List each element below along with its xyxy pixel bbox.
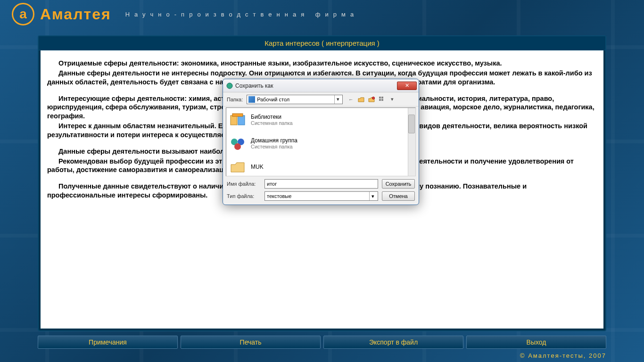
chevron-down-icon: ▾ bbox=[369, 192, 376, 200]
scrollbar-thumb[interactable] bbox=[408, 115, 415, 133]
close-button[interactable]: ✕ bbox=[397, 82, 417, 90]
svg-rect-5 bbox=[381, 99, 383, 101]
svg-point-0 bbox=[227, 83, 232, 89]
up-folder-icon[interactable] bbox=[357, 95, 365, 104]
desktop-icon bbox=[248, 96, 255, 103]
svg-rect-6 bbox=[231, 115, 237, 125]
filename-input[interactable] bbox=[264, 179, 378, 189]
svg-rect-4 bbox=[379, 99, 381, 101]
list-item[interactable]: Домашняя группа Системная папка bbox=[226, 132, 415, 155]
svg-rect-7 bbox=[238, 115, 245, 125]
folder-value: Рабочий стол bbox=[257, 97, 334, 102]
paragraph: Отрицаемые сферы деятельности: экономика… bbox=[47, 59, 597, 68]
save-as-dialog: Сохранить как ✕ Папка: Рабочий стол ▾ ← … bbox=[223, 79, 419, 205]
svg-rect-3 bbox=[381, 97, 383, 99]
scrollbar[interactable] bbox=[408, 108, 415, 176]
export-button[interactable]: Экспорт в файл bbox=[323, 336, 463, 349]
cancel-button[interactable]: Отмена bbox=[382, 191, 415, 201]
item-name: Домашняя группа bbox=[251, 137, 297, 144]
bottom-button-bar: Примечания Печать Экспорт в файл Выход bbox=[38, 336, 606, 349]
copyright: © Амалтея-тесты, 2007 bbox=[520, 352, 606, 359]
page-title: Карта интересов ( интерпретация ) bbox=[39, 36, 605, 50]
print-button[interactable]: Печать bbox=[181, 336, 321, 349]
svg-point-1 bbox=[372, 97, 375, 99]
homegroup-icon bbox=[229, 135, 246, 152]
filename-label: Имя файла: bbox=[227, 181, 261, 187]
filetype-label: Тип файла: bbox=[227, 193, 261, 199]
back-icon[interactable]: ← bbox=[347, 95, 355, 104]
list-item[interactable]: Библиотеки Системная папка bbox=[226, 108, 415, 132]
svg-rect-8 bbox=[232, 114, 243, 116]
svg-rect-2 bbox=[379, 97, 381, 99]
dialog-footer: Имя файла: Сохранить Тип файла: текстовы… bbox=[223, 177, 419, 205]
view-dropdown-icon[interactable]: ▾ bbox=[388, 95, 396, 104]
exit-button[interactable]: Выход bbox=[466, 336, 606, 349]
dialog-toolbar: Папка: Рабочий стол ▾ ← ▾ bbox=[223, 92, 419, 107]
save-button[interactable]: Сохранить bbox=[382, 179, 415, 189]
dialog-titlebar[interactable]: Сохранить как ✕ bbox=[223, 79, 419, 92]
item-name: Библиотеки bbox=[251, 114, 293, 120]
item-subtitle: Системная папка bbox=[251, 144, 297, 149]
item-subtitle: Системная папка bbox=[251, 120, 293, 126]
folder-icon bbox=[229, 158, 246, 175]
filetype-dropdown[interactable]: текстовые ▾ bbox=[264, 191, 378, 201]
view-options-icon[interactable] bbox=[378, 95, 386, 104]
folder-label: Папка: bbox=[227, 97, 243, 102]
libraries-icon bbox=[229, 111, 246, 128]
file-list[interactable]: Библиотеки Системная папка Домашняя груп… bbox=[226, 107, 416, 176]
dialog-app-icon bbox=[226, 82, 233, 90]
tagline: Научно-производственная фирма bbox=[125, 11, 359, 18]
app-header: а Амалтея Научно-производственная фирма bbox=[0, 0, 644, 28]
logo-icon: а bbox=[12, 3, 34, 25]
notes-button[interactable]: Примечания bbox=[38, 336, 178, 349]
chevron-down-icon: ▾ bbox=[334, 95, 341, 104]
folder-dropdown[interactable]: Рабочий стол ▾ bbox=[247, 95, 343, 104]
filetype-value: текстовые bbox=[267, 193, 369, 199]
dialog-title: Сохранить как bbox=[235, 82, 397, 89]
logo-text: Амалтея bbox=[40, 6, 111, 23]
item-name: MUK bbox=[251, 164, 264, 170]
new-folder-icon[interactable] bbox=[367, 95, 376, 104]
close-icon: ✕ bbox=[405, 82, 409, 89]
list-item[interactable]: MUK bbox=[226, 155, 415, 176]
svg-point-11 bbox=[234, 143, 241, 150]
